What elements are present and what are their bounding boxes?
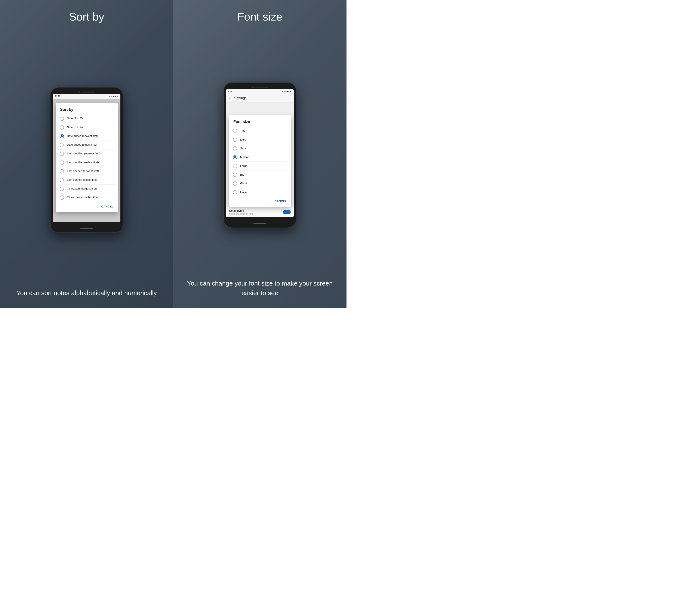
sort-option-9[interactable]: Characters (smallest first) [58,193,116,202]
font-label-6: Giant [240,182,247,185]
font-label-0: Tiny [240,129,245,133]
sort-radio-4[interactable] [60,152,64,156]
right-phone-camera [252,86,254,88]
sort-option-4[interactable]: Last modified (newest first) [58,150,116,158]
left-phone-wrapper: 21:12 ⊕ ⊝ ◀▲▲ Sort by Note (A to Z) [50,32,123,288]
sort-label-3: Date added (oldest first) [67,143,97,147]
right-phone-top-bar [226,85,294,89]
sort-radio-0[interactable] [60,117,64,121]
left-phone-speaker [82,92,95,93]
font-option-0[interactable]: Tiny [231,126,289,135]
right-status-bar: 5:46 ⊕ ⊝ ◀▲▲ [226,89,294,94]
right-panel-subtitle: You can change your font size to make yo… [173,278,346,298]
left-status-icons: ⊕ ⊝ ◀▲▲ [108,95,118,98]
font-option-5[interactable]: Big [231,171,289,179]
sort-radio-6[interactable] [60,169,64,174]
sort-option-7[interactable]: Last opened (oldest first) [58,176,116,184]
sort-option-6[interactable]: Last opened (newest first) [58,167,116,176]
sort-label-7: Last opened (oldest first) [67,178,98,182]
right-phone-nav [226,217,294,221]
font-size-options: Tiny Little Small [229,126,291,197]
left-panel: Sort by 21:12 ⊕ ⊝ ◀▲▲ Sort by [0,0,173,308]
font-cancel-button[interactable]: CANCEL [273,198,289,204]
left-panel-subtitle: You can sort notes alphabetically and nu… [4,288,170,298]
font-radio-3[interactable] [233,155,237,159]
sort-option-5[interactable]: Last modified (oldest first) [58,158,116,167]
right-phone-wrapper: 5:46 ⊕ ⊝ ◀▲▲ ← Settings Count bytes Coun… [223,32,296,278]
sort-by-dialog-title: Sort by [56,103,118,115]
sort-radio-8[interactable] [60,187,64,191]
sort-option-3[interactable]: Date added (oldest first) [58,141,116,150]
font-radio-6[interactable] [233,181,237,186]
sort-label-1: Note (Z to A) [67,125,83,129]
sort-label-9: Characters (smallest first) [67,196,99,199]
sort-option-1[interactable]: Note (Z to A) [58,123,116,132]
sort-radio-7[interactable] [60,178,64,182]
right-phone-speaker [255,87,268,88]
font-label-7: Huge [240,191,247,194]
font-size-dialog-title: Font size [229,115,291,126]
right-status-time: 5:46 [228,91,232,93]
back-arrow-icon[interactable]: ← [228,96,232,100]
font-option-7[interactable]: Huge [231,188,289,197]
right-status-icons: ⊕ ⊝ ◀▲▲ [282,91,292,93]
right-subtitle-text: You can change your font size to make yo… [187,280,333,296]
font-radio-2[interactable] [233,146,237,151]
right-home-indicator [254,223,266,224]
sort-by-dialog: Sort by Note (A to Z) Note (Z to A) [56,103,118,212]
font-option-1[interactable]: Little [231,135,289,144]
right-panel: Font size 5:46 ⊕ ⊝ ◀▲▲ ← Settings [173,0,346,308]
font-radio-7[interactable] [233,190,237,194]
left-phone-camera [78,91,80,93]
font-label-3: Medium [240,156,250,159]
font-option-2[interactable]: Small [231,144,289,153]
count-bytes-subtitle: Count the bytes of note [229,212,291,215]
font-label-4: Large [240,164,247,168]
font-label-5: Big [240,173,244,177]
sort-label-5: Last modified (oldest first) [67,161,99,164]
sort-option-2[interactable]: Date added (newest first) [58,132,116,141]
right-panel-title: Font size [237,10,282,23]
settings-content: Count bytes Count the bytes of note Font… [226,102,294,217]
count-bytes-title: Count bytes [229,209,291,212]
settings-screen-title: Settings [234,96,246,100]
sort-option-0[interactable]: Note (A to Z) [58,115,116,123]
sort-label-8: Characters (largest first) [67,187,97,191]
right-phone-frame: 5:46 ⊕ ⊝ ◀▲▲ ← Settings Count bytes Coun… [223,82,296,228]
left-status-time: 21:12 [55,95,60,98]
font-dialog-actions: CANCEL [229,197,291,206]
sort-option-8[interactable]: Characters (largest first) [58,184,116,193]
sort-radio-5[interactable] [60,160,64,165]
font-radio-0[interactable] [233,129,237,133]
count-bytes-toggle[interactable] [283,210,291,214]
left-panel-title: Sort by [69,10,104,23]
left-subtitle-text: You can sort notes alphabetically and nu… [17,290,157,296]
font-option-3[interactable]: Medium [231,153,289,162]
font-option-6[interactable]: Giant [231,179,289,188]
count-bytes-item: Count bytes Count the bytes of note [226,207,294,217]
left-home-indicator [80,228,93,228]
left-phone-screen: 21:12 ⊕ ⊝ ◀▲▲ Sort by Note (A to Z) [53,94,120,222]
sort-cancel-button[interactable]: CANCEL [100,204,115,210]
font-radio-5[interactable] [233,173,237,177]
sort-label-2: Date added (newest first) [67,134,98,138]
sort-label-4: Last modified (newest first) [67,152,100,156]
font-size-dialog: Font size Tiny Little [229,115,291,206]
left-screen-content: Sort by Note (A to Z) Note (Z to A) [53,99,120,222]
font-option-4[interactable]: Large [231,162,289,171]
font-radio-4[interactable] [233,164,237,168]
right-phone-screen: 5:46 ⊕ ⊝ ◀▲▲ ← Settings Count bytes Coun… [226,89,294,217]
settings-bar: ← Settings [226,94,294,102]
font-radio-1[interactable] [233,138,237,142]
sort-label-0: Note (A to Z) [67,117,83,120]
left-status-bar: 21:12 ⊕ ⊝ ◀▲▲ [53,94,120,99]
sort-radio-1[interactable] [60,125,64,130]
right-phone-bottom [226,221,294,225]
font-label-1: Little [240,138,246,142]
sort-radio-9[interactable] [60,196,64,200]
sort-radio-2[interactable] [60,134,64,138]
sort-radio-3[interactable] [60,143,64,147]
left-phone-frame: 21:12 ⊕ ⊝ ◀▲▲ Sort by Note (A to Z) [50,87,123,233]
left-phone-nav [53,222,120,226]
sort-dialog-actions: CANCEL [56,202,118,212]
